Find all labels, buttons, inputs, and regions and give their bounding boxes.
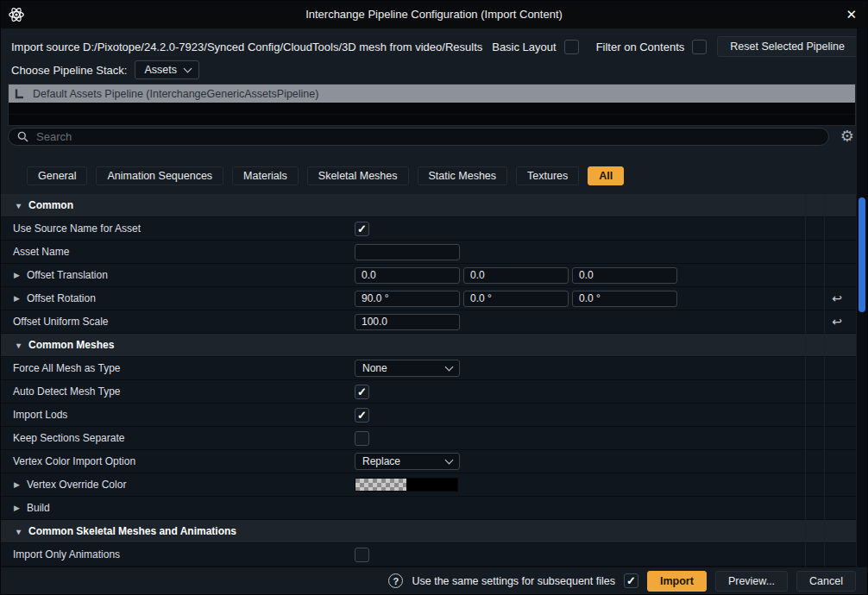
property-label: Use Source Name for Asset xyxy=(13,217,141,240)
basic-layout-checkbox[interactable] xyxy=(564,40,579,54)
section-header-common-meshes[interactable]: Common Meshes xyxy=(1,334,856,357)
offset-uniform-scale-input[interactable] xyxy=(355,314,460,330)
row-auto-detect-mesh-type: Auto Detect Mesh Type xyxy=(1,380,856,404)
filter-on-contents-label: Filter on Contents xyxy=(596,41,685,53)
pipeline-icon xyxy=(14,88,25,99)
expand-arrow-icon[interactable] xyxy=(14,264,20,286)
row-asset-name: Asset Name xyxy=(1,241,856,264)
subsequent-files-label: Use the same settings for subsequent fil… xyxy=(412,575,615,587)
offset-rotation-y-input[interactable] xyxy=(463,291,569,307)
offset-rotation-z-input[interactable] xyxy=(572,291,677,307)
property-label: Import Only Animations xyxy=(13,543,120,566)
tab-static-meshes[interactable]: Static Meshes xyxy=(418,166,508,185)
auto-detect-mesh-type-checkbox[interactable] xyxy=(355,385,369,399)
reset-to-default-icon[interactable] xyxy=(832,310,842,333)
pipeline-list: Default Assets Pipeline (InterchangeGene… xyxy=(8,84,856,126)
tab-textures[interactable]: Textures xyxy=(516,166,579,185)
reset-selected-pipeline-button[interactable]: Reset Selected Pipeline xyxy=(717,36,858,57)
vertex-color-import-option-select[interactable]: Replace xyxy=(355,453,460,470)
pipeline-stack-dropdown[interactable]: Assets xyxy=(135,60,199,79)
subsequent-files-checkbox[interactable] xyxy=(624,573,638,588)
pipeline-list-selected-row[interactable]: Default Assets Pipeline (InterchangeGene… xyxy=(9,85,855,103)
row-offset-rotation: Offset Rotation xyxy=(1,287,856,310)
offset-translation-x-input[interactable] xyxy=(355,267,460,284)
expand-arrow-icon[interactable] xyxy=(14,287,20,310)
expand-arrow-icon[interactable] xyxy=(14,473,20,496)
row-build: Build xyxy=(1,497,856,520)
import-button[interactable]: Import xyxy=(647,571,707,592)
property-label: Build xyxy=(27,497,50,519)
chevron-down-icon xyxy=(445,362,454,371)
footer-actions: ? Use the same settings for subsequent f… xyxy=(388,571,856,592)
property-label: Offset Uniform Scale xyxy=(13,310,108,333)
pipeline-name: Default Assets Pipeline (InterchangeGene… xyxy=(33,88,318,100)
use-source-name-checkbox[interactable] xyxy=(355,222,369,236)
offset-translation-z-input[interactable] xyxy=(572,267,677,284)
cancel-button[interactable]: Cancel xyxy=(796,571,856,592)
pipeline-list-empty-area[interactable] xyxy=(9,103,855,125)
row-offset-uniform-scale: Offset Uniform Scale xyxy=(1,310,856,334)
property-label: Import Lods xyxy=(13,404,67,426)
search-icon xyxy=(17,131,28,142)
import-toolbar: Import source D:/Pixotope/24.2.0-7923/Sy… xyxy=(11,35,858,58)
category-tabs: General Animation Sequences Materials Sk… xyxy=(27,166,624,185)
filter-on-contents-checkbox[interactable] xyxy=(692,40,707,54)
color-alpha-checker xyxy=(355,479,406,491)
row-force-all-mesh-as-type: Force All Mesh as Type None xyxy=(1,357,856,380)
asset-name-input[interactable] xyxy=(355,244,460,260)
section-title: Common xyxy=(28,199,73,211)
section-header-common[interactable]: Common xyxy=(1,194,856,217)
force-all-mesh-as-type-select[interactable]: None xyxy=(355,360,460,377)
property-label: Offset Translation xyxy=(27,264,108,286)
vertex-override-color-swatch[interactable] xyxy=(355,478,458,492)
collapse-arrow-icon[interactable] xyxy=(16,527,21,536)
tab-materials[interactable]: Materials xyxy=(232,166,299,185)
offset-translation-y-input[interactable] xyxy=(463,267,569,284)
section-header-common-skeletal[interactable]: Common Skeletal Meshes and Animations xyxy=(1,520,856,543)
chevron-down-icon xyxy=(183,64,192,72)
row-offset-translation: Offset Translation xyxy=(1,264,856,287)
selected-value: Replace xyxy=(362,455,400,467)
tab-animation-sequences[interactable]: Animation Sequences xyxy=(96,166,223,185)
scrollbar-thumb[interactable] xyxy=(859,197,865,312)
close-icon[interactable]: ✕ xyxy=(846,1,857,28)
choose-pipeline-stack-label: Choose Pipeline Stack: xyxy=(11,64,127,77)
expand-arrow-icon[interactable] xyxy=(14,497,20,519)
property-label: Keep Sections Separate xyxy=(13,427,124,449)
offset-rotation-x-input[interactable] xyxy=(355,291,460,307)
row-use-source-name: Use Source Name for Asset xyxy=(1,217,856,241)
toolbar-options: Basic Layout Filter on Contents Reset Se… xyxy=(492,36,858,57)
keep-sections-separate-checkbox[interactable] xyxy=(355,431,369,446)
properties-panel: Common Use Source Name for Asset Asset N… xyxy=(1,194,856,567)
preview-button[interactable]: Preview... xyxy=(715,571,788,592)
property-label: Offset Rotation xyxy=(27,287,96,310)
title-bar: Interchange Pipeline Configuration (Impo… xyxy=(1,1,867,28)
chevron-down-icon xyxy=(445,455,454,464)
selected-value: None xyxy=(362,362,387,374)
column-separator xyxy=(805,194,806,567)
property-label: Vertex Color Import Option xyxy=(13,450,135,473)
basic-layout-label: Basic Layout xyxy=(492,41,556,53)
color-solid-black xyxy=(406,479,457,491)
property-label: Auto Detect Mesh Type xyxy=(13,380,121,403)
tab-skeletal-meshes[interactable]: Skeletal Meshes xyxy=(307,166,409,185)
import-only-animations-checkbox[interactable] xyxy=(355,548,369,562)
section-title: Common Skeletal Meshes and Animations xyxy=(28,525,236,537)
collapse-arrow-icon[interactable] xyxy=(16,201,21,210)
property-label: Asset Name xyxy=(13,241,69,263)
row-import-only-animations: Import Only Animations xyxy=(1,543,856,567)
vertical-scrollbar[interactable] xyxy=(856,28,867,567)
tab-all[interactable]: All xyxy=(588,166,624,185)
search-bar xyxy=(8,128,829,146)
import-lods-checkbox[interactable] xyxy=(355,408,369,423)
tab-general[interactable]: General xyxy=(27,166,87,185)
column-separator xyxy=(824,194,825,567)
search-input[interactable] xyxy=(35,129,820,144)
collapse-arrow-icon[interactable] xyxy=(16,341,21,350)
row-import-lods: Import Lods xyxy=(1,404,856,427)
help-icon[interactable]: ? xyxy=(388,573,403,588)
footer-bar: ? Use the same settings for subsequent f… xyxy=(1,567,867,594)
reset-to-default-icon[interactable] xyxy=(832,287,842,310)
section-title: Common Meshes xyxy=(28,339,114,351)
settings-gear-icon[interactable]: ⚙ xyxy=(840,127,854,147)
